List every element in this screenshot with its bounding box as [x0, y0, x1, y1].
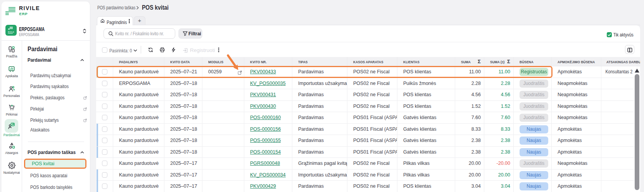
svg-text:RIVILE: RIVILE	[8, 31, 14, 33]
